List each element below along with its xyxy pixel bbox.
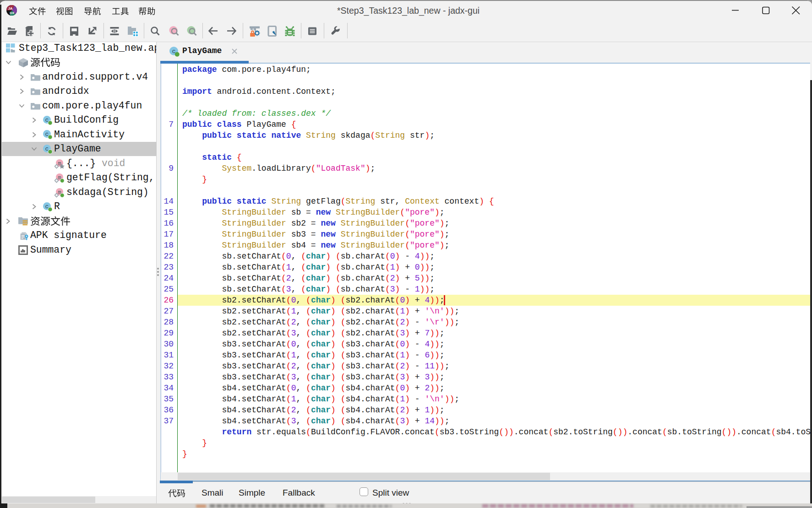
svg-text:DX: DX: [10, 11, 14, 15]
svg-text:JA: JA: [8, 6, 13, 11]
